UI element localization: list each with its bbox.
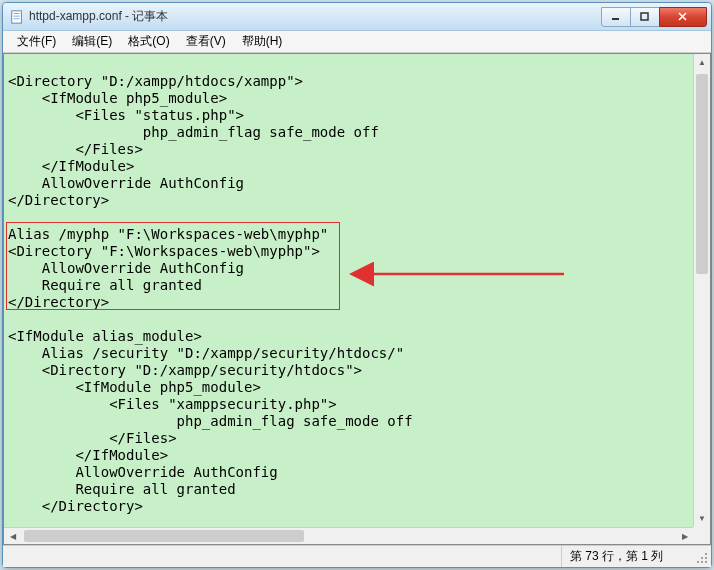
text-content[interactable]: <Directory "D:/xampp/htdocs/xampp"> <IfM…: [4, 54, 710, 544]
horizontal-scrollbar[interactable]: ◀ ▶: [4, 527, 693, 544]
notepad-icon: [9, 9, 25, 25]
menu-help[interactable]: 帮助(H): [234, 31, 291, 52]
close-button[interactable]: [659, 7, 707, 27]
scroll-left-icon[interactable]: ◀: [4, 528, 21, 544]
scroll-right-icon[interactable]: ▶: [676, 528, 693, 544]
maximize-button[interactable]: [630, 7, 660, 27]
svg-point-11: [705, 557, 707, 559]
svg-point-14: [705, 561, 707, 563]
resize-grip-icon[interactable]: [695, 551, 709, 565]
svg-rect-0: [12, 10, 22, 22]
svg-point-10: [701, 557, 703, 559]
minimize-button[interactable]: [601, 7, 631, 27]
scroll-thumb-v[interactable]: [696, 74, 708, 274]
scroll-down-icon[interactable]: ▼: [694, 510, 710, 527]
menu-format[interactable]: 格式(O): [120, 31, 177, 52]
notepad-window: httpd-xampp.conf - 记事本 文件(F) 编辑(E) 格式(O)…: [2, 2, 712, 568]
menu-file[interactable]: 文件(F): [9, 31, 64, 52]
scroll-thumb-h[interactable]: [24, 530, 304, 542]
vertical-scrollbar[interactable]: ▲ ▼: [693, 54, 710, 527]
svg-point-9: [705, 553, 707, 555]
cursor-position: 第 73 行，第 1 列: [561, 546, 681, 567]
statusbar: 第 73 行，第 1 列: [3, 545, 711, 567]
titlebar[interactable]: httpd-xampp.conf - 记事本: [3, 3, 711, 31]
svg-point-13: [701, 561, 703, 563]
scrollbar-corner: [693, 527, 710, 544]
menubar: 文件(F) 编辑(E) 格式(O) 查看(V) 帮助(H): [3, 31, 711, 53]
menu-edit[interactable]: 编辑(E): [64, 31, 120, 52]
svg-rect-5: [641, 13, 648, 20]
scroll-up-icon[interactable]: ▲: [694, 54, 710, 71]
svg-point-12: [697, 561, 699, 563]
editor-area: <Directory "D:/xampp/htdocs/xampp"> <IfM…: [3, 53, 711, 545]
window-title: httpd-xampp.conf - 记事本: [29, 8, 602, 25]
window-controls: [602, 7, 707, 27]
menu-view[interactable]: 查看(V): [178, 31, 234, 52]
